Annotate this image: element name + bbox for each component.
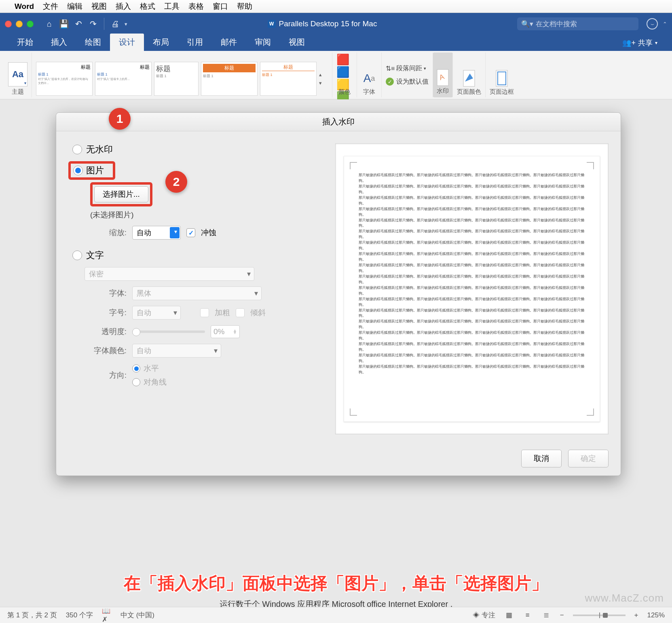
transparency-slider[interactable]	[132, 330, 205, 333]
style-item[interactable]: 标题标题 1对于"插入"选项卡上的库，在设计时都与文档中...	[36, 62, 93, 96]
scale-row: 缩放: 自动 冲蚀	[93, 226, 323, 240]
tab-insert[interactable]: 插入	[42, 34, 76, 51]
search-input[interactable]: 🔍▾ 在文档中搜索	[517, 17, 638, 30]
outline-icon[interactable]: ≡	[523, 610, 533, 620]
print-layout-icon[interactable]: ▦	[504, 610, 514, 620]
set-default-button[interactable]: ✓设为默认值	[386, 78, 429, 86]
themes-button[interactable]: Aa▾	[8, 62, 27, 86]
instruction-caption: 在「插入水印」面板中选择「图片」，单击「选择图片」	[0, 572, 672, 595]
style-item[interactable]: 标题标题 1	[260, 62, 317, 96]
close-window-icon[interactable]	[5, 21, 12, 27]
spacing-icon: ⇅≡	[386, 65, 395, 72]
tab-home[interactable]: 开始	[8, 34, 42, 51]
save-icon[interactable]: 💾	[59, 19, 69, 29]
ribbon-group-pageborder: 页面边框	[486, 53, 518, 97]
bold-checkbox[interactable]	[200, 308, 209, 317]
annotation-box-1: 图片	[68, 161, 115, 180]
style-item[interactable]: 标题标题 1	[201, 62, 258, 96]
print-icon[interactable]: 🖨	[110, 19, 120, 29]
menu-table[interactable]: 表格	[188, 1, 204, 12]
zoom-window-icon[interactable]	[27, 21, 34, 27]
tab-review[interactable]: 审阅	[246, 34, 280, 51]
tab-layout[interactable]: 布局	[144, 34, 178, 51]
no-picture-hint: (未选择图片)	[90, 210, 323, 220]
paragraph-spacing-button[interactable]: ⇅≡ 段落间距 ▾	[386, 64, 426, 73]
share-button[interactable]: 👥+共享▾	[616, 35, 664, 51]
direction-diagonal[interactable]: 对角线	[132, 377, 167, 387]
menu-view[interactable]: 视图	[91, 1, 107, 12]
zoom-in-icon[interactable]: +	[634, 611, 638, 619]
watermark-label: 水印	[437, 87, 449, 95]
cancel-button[interactable]: 取消	[521, 450, 562, 467]
focus-mode[interactable]: ◈ 专注	[473, 610, 495, 620]
font-color-select[interactable]: 自动	[132, 344, 221, 358]
italic-checkbox[interactable]	[236, 308, 245, 317]
no-watermark-label: 无水印	[86, 143, 113, 156]
web-layout-icon[interactable]: ≣	[541, 610, 551, 620]
tab-view[interactable]: 视图	[280, 34, 314, 51]
tab-draw[interactable]: 绘图	[76, 34, 110, 51]
undo-icon[interactable]: ↶	[73, 19, 84, 29]
select-picture-button[interactable]: 选择图片...	[94, 186, 148, 202]
watermark-text-select[interactable]: 保密	[85, 267, 254, 281]
menu-format[interactable]: 格式	[140, 1, 155, 12]
page-color-icon[interactable]	[461, 70, 477, 86]
preview-page: 那只敏捷的棕毛狐狸跃过那只懒狗。那只敏捷的棕毛狐狸跃过那只懒狗。那只敏捷的棕毛狐…	[344, 156, 600, 422]
page-border-icon[interactable]	[494, 70, 510, 86]
text-label: 文字	[86, 249, 104, 261]
radio-picture[interactable]	[73, 166, 83, 175]
menu-tools[interactable]: 工具	[164, 1, 180, 12]
zoom-out-icon[interactable]: −	[560, 611, 564, 619]
menu-file[interactable]: 文件	[43, 1, 58, 12]
menu-window[interactable]: 窗口	[213, 1, 228, 12]
spellcheck-icon[interactable]: 📖✗	[102, 610, 112, 620]
font-select[interactable]: 黑体	[132, 286, 262, 300]
bold-label: 加粗	[215, 307, 230, 318]
direction-label: 方向:	[93, 370, 127, 381]
redo-icon[interactable]: ↷	[88, 19, 98, 29]
transparency-label: 透明度:	[93, 326, 127, 337]
scale-select[interactable]: 自动	[132, 226, 181, 240]
gallery-scroll[interactable]: ▴▾	[319, 72, 328, 86]
page-indicator[interactable]: 第 1 页，共 2 页	[7, 610, 57, 620]
separator	[104, 18, 104, 30]
scale-label: 缩放:	[93, 227, 127, 238]
tab-references[interactable]: 引用	[178, 34, 212, 51]
tab-design[interactable]: 设计	[110, 34, 144, 51]
direction-horizontal[interactable]: 水平	[132, 363, 167, 374]
menu-edit[interactable]: 编辑	[67, 1, 82, 12]
word-count[interactable]: 350 个字	[66, 610, 93, 620]
minimize-window-icon[interactable]	[16, 21, 23, 27]
ribbon-group-paragraph: ⇅≡ 段落间距 ▾ ✓设为默认值	[382, 53, 433, 97]
fonts-icon[interactable]: Aa	[361, 70, 377, 86]
colors-icon[interactable]: 🟥🟦🟨🟩	[336, 70, 353, 86]
word-doc-icon: W	[268, 20, 276, 28]
chevron-down-icon[interactable]: ▾	[125, 21, 127, 27]
ribbon-group-styles: 标题标题 1对于"插入"选项卡上的库，在设计时都与文档中... 标题标题 1对于…	[32, 53, 332, 97]
feedback-icon[interactable]: ⌣	[647, 18, 658, 29]
annotation-box-2: 选择图片...	[90, 182, 152, 206]
zoom-level[interactable]: 125%	[647, 611, 665, 619]
menu-help[interactable]: 帮助	[237, 1, 252, 12]
size-select[interactable]: 自动	[132, 306, 181, 320]
menu-insert[interactable]: 插入	[116, 1, 131, 12]
status-bar: 第 1 页，共 2 页 350 个字 📖✗ 中文 (中国) ◈ 专注 ▦ ≡ ≣…	[0, 607, 672, 623]
document-text: 运行数千个 Windows 应用程序 Microsoft office Inte…	[154, 596, 518, 607]
language-indicator[interactable]: 中文 (中国)	[120, 610, 154, 620]
dialog-options: 无水印 1 图片 选择图片... 2 (未选择图片) 缩放: 自动	[64, 143, 323, 434]
option-no-watermark[interactable]: 无水印 1	[64, 143, 323, 156]
annotation-badge-2: 2	[165, 171, 187, 193]
zoom-slider[interactable]	[573, 615, 626, 616]
style-gallery[interactable]: 标题标题 1对于"插入"选项卡上的库，在设计时都与文档中... 标题标题 1对于…	[36, 62, 328, 96]
app-name[interactable]: Word	[15, 2, 34, 11]
home-icon[interactable]: ⌂	[44, 19, 55, 29]
ok-button[interactable]: 确定	[568, 450, 609, 467]
transparency-value[interactable]: 0%▲▼	[211, 325, 240, 338]
style-item[interactable]: 标题标题 1	[154, 62, 199, 96]
option-text[interactable]: 文字	[64, 249, 323, 261]
chevron-up-icon[interactable]: ⌃	[663, 21, 667, 27]
washout-checkbox[interactable]	[186, 228, 195, 237]
tab-mailings[interactable]: 邮件	[212, 34, 246, 51]
watermark-icon[interactable]: A	[435, 69, 451, 86]
style-item[interactable]: 标题标题 1对于"插入"选项卡上的库...	[95, 62, 152, 96]
